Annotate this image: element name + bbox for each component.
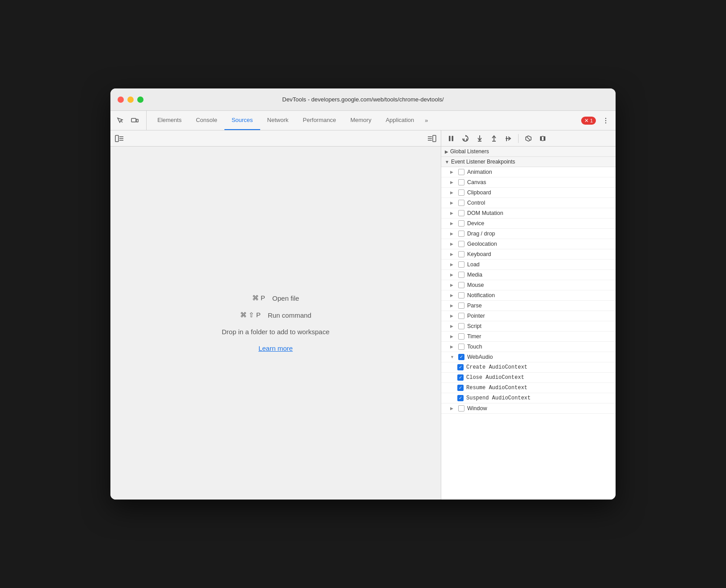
bp-dom-mutation[interactable]: ▶ DOM Mutation xyxy=(441,208,616,218)
bp-parse-checkbox[interactable] xyxy=(458,302,464,309)
global-listeners-header[interactable]: ▶ Global Listeners xyxy=(441,147,616,157)
maximize-button[interactable] xyxy=(137,97,144,103)
bp-mouse[interactable]: ▶ Mouse xyxy=(441,280,616,290)
bp-webaudio-close[interactable]: Close AudioContext xyxy=(441,373,616,383)
bp-animation-checkbox[interactable] xyxy=(458,169,464,175)
bp-webaudio-checkbox[interactable] xyxy=(458,354,464,360)
bp-touch-checkbox[interactable] xyxy=(458,344,464,350)
tab-elements[interactable]: Elements xyxy=(150,111,189,130)
global-listeners-label: Global Listeners xyxy=(450,148,489,155)
bp-script-checkbox[interactable] xyxy=(458,323,464,329)
bp-drag-drop-checkbox[interactable] xyxy=(458,231,464,237)
bp-media-checkbox[interactable] xyxy=(458,272,464,278)
bp-webaudio-label: WebAudio xyxy=(467,354,493,360)
bp-webaudio-create-checkbox[interactable] xyxy=(457,364,464,370)
bp-webaudio-close-checkbox[interactable] xyxy=(457,374,464,381)
pause-resume-button[interactable] xyxy=(445,132,457,145)
bp-script-label: Script xyxy=(467,323,481,329)
breakpoints-panel[interactable]: ▶ Global Listeners ▼ Event Listener Brea… xyxy=(441,147,616,500)
sources-panel: ⌘ P Open file ⌘ ⇧ P Run command Drop in … xyxy=(110,130,441,500)
window-controls[interactable] xyxy=(118,97,144,103)
bp-webaudio-resume-label: Resume AudioContext xyxy=(466,385,528,391)
bp-load-checkbox[interactable] xyxy=(458,261,464,268)
bp-parse[interactable]: ▶ Parse xyxy=(441,301,616,311)
bp-window[interactable]: ▶ Window xyxy=(441,403,616,414)
bp-device-checkbox[interactable] xyxy=(458,220,464,227)
bp-webaudio-suspend-label: Suspend AudioContext xyxy=(466,395,531,401)
bp-timer-checkbox[interactable] xyxy=(458,333,464,340)
bp-webaudio-resume[interactable]: Resume AudioContext xyxy=(441,383,616,393)
bp-mouse-checkbox[interactable] xyxy=(458,282,464,288)
svg-point-4 xyxy=(605,120,606,121)
tab-performance[interactable]: Performance xyxy=(295,111,343,130)
bp-animation[interactable]: ▶ Animation xyxy=(441,167,616,177)
more-tabs-button[interactable]: » xyxy=(421,111,431,130)
inspect-element-icon[interactable] xyxy=(114,114,127,127)
bp-geolocation[interactable]: ▶ Geolocation xyxy=(441,239,616,249)
bp-keyboard[interactable]: ▶ Keyboard xyxy=(441,249,616,260)
bp-clipboard-chevron: ▶ xyxy=(450,190,456,195)
device-toolbar-icon[interactable] xyxy=(128,114,141,127)
bp-pointer-checkbox[interactable] xyxy=(458,313,464,319)
bp-notification[interactable]: ▶ Notification xyxy=(441,290,616,301)
error-badge[interactable]: ✕ 1 xyxy=(581,117,596,125)
deactivate-breakpoints-button[interactable] xyxy=(522,132,535,145)
bp-drag-drop[interactable]: ▶ Drag / drop xyxy=(441,229,616,239)
bp-control[interactable]: ▶ Control xyxy=(441,198,616,208)
bp-load[interactable]: ▶ Load xyxy=(441,260,616,270)
minimize-button[interactable] xyxy=(127,97,134,103)
step-button[interactable] xyxy=(502,132,515,145)
bp-device[interactable]: ▶ Device xyxy=(441,218,616,229)
bp-dom-mutation-checkbox[interactable] xyxy=(458,210,464,216)
bp-media[interactable]: ▶ Media xyxy=(441,270,616,280)
bp-mouse-chevron: ▶ xyxy=(450,283,456,287)
bp-canvas[interactable]: ▶ Canvas xyxy=(441,177,616,188)
bp-canvas-checkbox[interactable] xyxy=(458,179,464,185)
event-listener-header[interactable]: ▼ Event Listener Breakpoints xyxy=(441,157,616,167)
bp-pointer-chevron: ▶ xyxy=(450,314,456,318)
tab-memory[interactable]: Memory xyxy=(343,111,379,130)
bp-clipboard[interactable]: ▶ Clipboard xyxy=(441,188,616,198)
bp-script[interactable]: ▶ Script xyxy=(441,321,616,332)
svg-rect-14 xyxy=(449,136,451,141)
step-over-button[interactable] xyxy=(459,132,472,145)
bp-dom-mutation-chevron: ▶ xyxy=(450,211,456,215)
bp-clipboard-checkbox[interactable] xyxy=(458,189,464,196)
bp-webaudio-create[interactable]: Create AudioContext xyxy=(441,362,616,373)
bp-notification-label: Notification xyxy=(467,292,495,298)
bp-window-checkbox[interactable] xyxy=(458,405,464,412)
main-content: ⌘ P Open file ⌘ ⇧ P Run command Drop in … xyxy=(110,130,616,500)
bp-webaudio-suspend[interactable]: Suspend AudioContext xyxy=(441,393,616,403)
tab-console[interactable]: Console xyxy=(189,111,224,130)
bp-timer[interactable]: ▶ Timer xyxy=(441,332,616,342)
tab-sources[interactable]: Sources xyxy=(224,111,260,130)
step-into-button[interactable] xyxy=(473,132,486,145)
learn-more-link[interactable]: Learn more xyxy=(258,344,293,352)
bp-geolocation-checkbox[interactable] xyxy=(458,241,464,247)
tab-network[interactable]: Network xyxy=(260,111,296,130)
bp-drag-drop-label: Drag / drop xyxy=(467,231,495,237)
bp-control-checkbox[interactable] xyxy=(458,200,464,206)
bp-notification-checkbox[interactable] xyxy=(458,292,464,298)
bp-media-chevron: ▶ xyxy=(450,273,456,277)
bp-dom-mutation-label: DOM Mutation xyxy=(467,210,503,216)
bp-webaudio-resume-checkbox[interactable] xyxy=(457,385,464,391)
close-button[interactable] xyxy=(118,97,124,103)
bp-touch[interactable]: ▶ Touch xyxy=(441,342,616,352)
bp-webaudio-suspend-checkbox[interactable] xyxy=(457,395,464,401)
show-debugger-icon[interactable] xyxy=(426,133,437,144)
bp-pointer[interactable]: ▶ Pointer xyxy=(441,311,616,321)
bp-keyboard-checkbox[interactable] xyxy=(458,251,464,257)
tab-application[interactable]: Application xyxy=(379,111,422,130)
show-navigator-icon[interactable] xyxy=(114,133,125,144)
step-out-button[interactable] xyxy=(488,132,500,145)
bp-parse-label: Parse xyxy=(467,302,482,309)
customize-devtools-icon[interactable] xyxy=(599,114,612,127)
pause-on-exceptions-button[interactable] xyxy=(536,132,549,145)
title-bar: DevTools - developers.google.com/web/too… xyxy=(110,88,616,111)
bp-device-chevron: ▶ xyxy=(450,221,456,226)
event-listener-label: Event Listener Breakpoints xyxy=(451,159,515,165)
bp-keyboard-chevron: ▶ xyxy=(450,252,456,256)
bp-webaudio[interactable]: ▼ WebAudio xyxy=(441,352,616,362)
bp-canvas-chevron: ▶ xyxy=(450,180,456,185)
